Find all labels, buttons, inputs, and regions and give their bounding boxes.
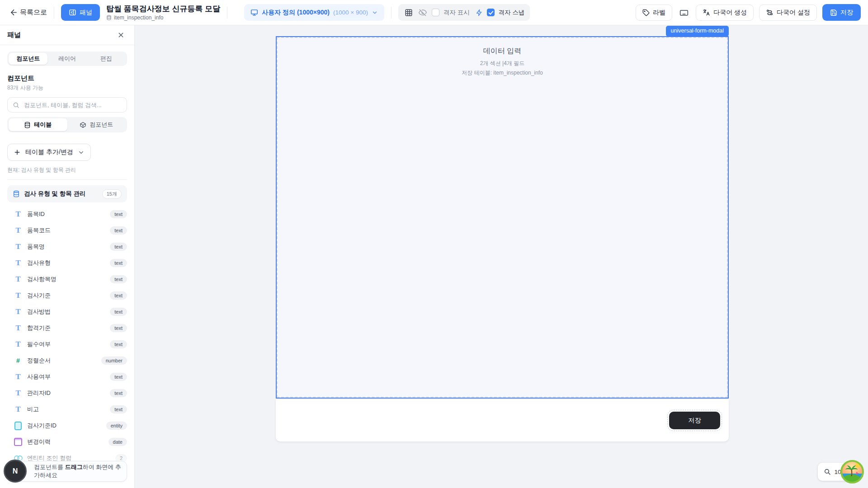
field-label: 관리자ID xyxy=(27,389,105,397)
snap-grid-label: 격자 스냅 xyxy=(499,9,525,17)
field-type-badge: entity xyxy=(106,422,127,430)
field-label: 검사기준ID xyxy=(27,422,102,430)
modal-component: universal-form-modal 데이터 입력 2개 섹션 |4개 필드… xyxy=(276,36,729,441)
field-row[interactable]: 검사항목명 text xyxy=(0,271,134,287)
hint-bold: 드래그 xyxy=(65,464,83,470)
field-row[interactable]: 검사기준ID entity xyxy=(0,418,134,434)
size-selected-label: 사용자 정의 (1000×900) xyxy=(262,9,330,17)
search-input[interactable] xyxy=(23,101,122,109)
field-row[interactable]: 필수여부 text xyxy=(0,336,134,352)
hint-avatar: N xyxy=(4,460,27,483)
field-label: 품목ID xyxy=(27,210,105,218)
island-app-icon[interactable] xyxy=(840,460,864,484)
tab-layers[interactable]: 레이어 xyxy=(47,53,86,65)
date-field-icon xyxy=(14,437,23,446)
field-type-badge: text xyxy=(110,308,127,316)
tab-components[interactable]: 컴포넌트 xyxy=(9,53,47,65)
field-row[interactable]: 사용여부 text xyxy=(0,369,134,385)
field-label: 검사기준 xyxy=(27,291,105,300)
field-label: 비고 xyxy=(27,405,105,413)
form-summary: 2개 섹션 |4개 필드 xyxy=(277,60,728,67)
field-row[interactable]: 품목ID text xyxy=(0,206,134,222)
field-row[interactable]: 합격기준 text xyxy=(0,320,134,336)
zoom-control: 100 xyxy=(818,463,861,481)
chevron-down-icon xyxy=(78,149,85,156)
hint-prefix: 컴포넌트를 xyxy=(34,464,65,470)
field-type-badge: text xyxy=(110,210,127,218)
design-canvas[interactable]: universal-form-modal 데이터 입력 2개 섹션 |4개 필드… xyxy=(135,25,868,488)
field-type-badge: text xyxy=(110,259,127,267)
panel-toggle-button[interactable]: 패널 xyxy=(61,4,100,21)
tab-edit[interactable]: 편집 xyxy=(87,53,126,65)
field-label: 검사항목명 xyxy=(27,275,105,283)
close-icon xyxy=(117,31,125,39)
text-field-icon xyxy=(14,258,23,267)
toggle-tables[interactable]: 테이블 xyxy=(9,118,67,131)
grid-icon[interactable] xyxy=(404,8,414,18)
eye-off-icon[interactable] xyxy=(418,8,428,18)
field-type-badge: text xyxy=(110,389,127,397)
field-list: 품목ID text 품목코드 text 품목명 text 검사유형 text 검… xyxy=(0,206,134,466)
snap-grid-checkbox[interactable] xyxy=(487,9,495,16)
text-field-icon xyxy=(14,291,23,300)
back-button[interactable] xyxy=(7,6,20,19)
tag-icon xyxy=(642,9,650,16)
text-field-icon xyxy=(14,405,23,414)
current-table-label: 현재: 검사 유형 및 항목 관리 xyxy=(7,166,127,174)
toggle-components[interactable]: 컴포넌트 xyxy=(67,118,126,131)
field-row[interactable]: 비고 text xyxy=(0,401,134,418)
database-icon xyxy=(24,122,31,128)
show-grid-checkbox[interactable] xyxy=(432,9,439,16)
text-field-icon xyxy=(14,372,23,381)
field-label: 사용여부 xyxy=(27,373,105,381)
text-field-icon xyxy=(14,275,23,284)
form-dropzone[interactable]: 데이터 입력 2개 섹션 |4개 필드 저장 테이블: item_inspect… xyxy=(276,36,729,399)
field-count-badge: 15개 xyxy=(102,189,122,199)
back-to-list-label[interactable]: 목록으로 xyxy=(20,8,47,17)
field-label: 정렬순서 xyxy=(27,357,97,365)
source-toggle: 테이블 컴포넌트 xyxy=(7,117,127,132)
field-row[interactable]: 검사기준 text xyxy=(0,287,134,304)
component-panel: 패널 컴포넌트 레이어 편집 컴포넌트 83개 사용 가능 xyxy=(0,25,135,488)
plus-icon xyxy=(14,149,21,156)
save-button[interactable]: 저장 xyxy=(822,4,861,21)
text-field-icon xyxy=(14,226,23,235)
screen-size-selector[interactable]: 사용자 정의 (1000×900) (1000 × 900) xyxy=(244,4,384,21)
field-type-badge: text xyxy=(110,405,127,413)
toolbar-right: 라벨 다국어 생성 다국어 설정 xyxy=(636,4,861,21)
page-title: 탑씰 품목검사정보 신규등록 모달 xyxy=(106,5,220,13)
field-label: 필수여부 xyxy=(27,340,105,348)
drag-hint: N 컴포넌트를 드래그하여 화면에 추가하세요 xyxy=(7,461,127,482)
field-row[interactable]: 정렬순서 number xyxy=(0,352,134,369)
panel-close-button[interactable] xyxy=(114,29,127,42)
field-label: 품목코드 xyxy=(27,226,105,235)
grid-controls: 격자 표시 격자 스냅 xyxy=(398,4,530,21)
form-save-button[interactable]: 저장 xyxy=(669,412,720,429)
field-label: 변경이력 xyxy=(27,438,104,446)
divider xyxy=(7,179,127,180)
field-type-badge: date xyxy=(108,438,127,446)
table-group-header[interactable]: 검사 유형 및 항목 관리 15개 xyxy=(7,185,127,202)
keyboard-shortcuts-button[interactable] xyxy=(678,6,690,19)
field-row[interactable]: 검사유형 text xyxy=(0,255,134,271)
multilang-generate-button[interactable]: 다국어 생성 xyxy=(696,5,754,21)
connections-icon xyxy=(766,9,774,16)
label-button[interactable]: 라벨 xyxy=(636,5,672,21)
field-row[interactable]: 관리자ID text xyxy=(0,385,134,401)
components-available-count: 83개 사용 가능 xyxy=(7,84,127,92)
field-row[interactable]: 변경이력 date xyxy=(0,434,134,450)
field-row[interactable]: 품목명 text xyxy=(0,239,134,255)
bound-table-name: item_inspection_info xyxy=(114,14,163,21)
field-row[interactable]: 검사방법 text xyxy=(0,304,134,320)
search-icon xyxy=(13,102,19,108)
field-type-badge: text xyxy=(110,226,127,235)
multilang-settings-button[interactable]: 다국어 설정 xyxy=(759,5,817,21)
field-label: 합격기준 xyxy=(27,324,105,332)
add-change-table-button[interactable]: 테이블 추가/변경 xyxy=(7,144,91,161)
field-row[interactable]: 품목코드 text xyxy=(0,222,134,239)
lightning-icon xyxy=(476,9,483,16)
field-type-badge: text xyxy=(110,291,127,300)
form-title: 데이터 입력 xyxy=(277,47,728,56)
field-label: 검사방법 xyxy=(27,308,105,316)
field-type-badge: text xyxy=(110,373,127,381)
